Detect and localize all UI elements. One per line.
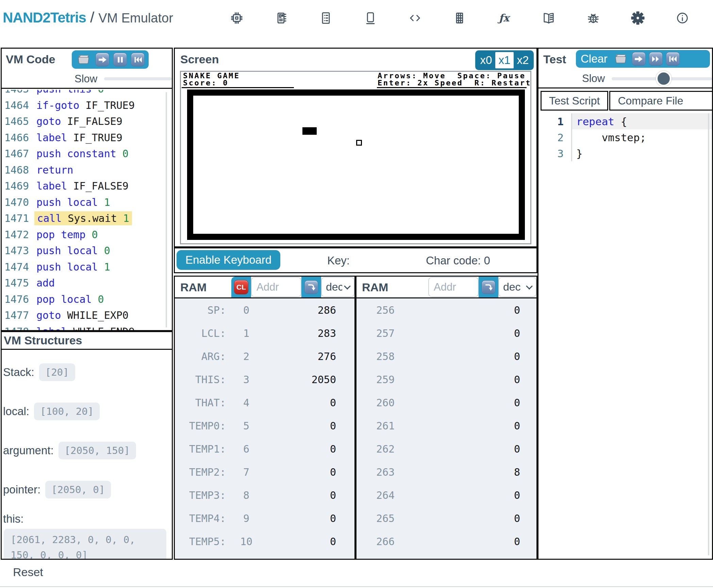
code-line[interactable]: 1474push local 1 [2,259,172,275]
tab-test-script[interactable]: Test Script [541,91,608,111]
code-token: IF_FALSE9 [67,180,129,192]
ram-row[interactable]: 2640 [356,484,536,507]
ram-row-address: 5 [226,420,267,432]
code-line[interactable]: 1476pop local 0 [2,291,172,308]
ram-row[interactable]: TEMP0:50 [175,414,354,437]
ram-row[interactable]: 2660 [356,530,536,553]
ram-row[interactable]: THAT:40 [175,391,354,414]
cpu-icon[interactable] [229,10,245,26]
scale-button-x0[interactable]: x0 [477,52,495,68]
test-scrollbar[interactable] [708,113,709,555]
ram-left-format-select[interactable]: dec [321,277,354,297]
settings-gear-icon[interactable] [630,10,646,26]
line-code: } [571,145,712,161]
grid-icon[interactable] [452,10,467,26]
screen-icon[interactable] [363,10,378,26]
ram-row[interactable]: TEMP5:100 [175,530,354,553]
ram-right-addr-input[interactable] [428,277,479,297]
info-icon[interactable] [675,10,690,26]
ram-row[interactable]: LCL:1283 [175,322,354,345]
ram-row[interactable]: THIS:32050 [175,368,354,391]
code-icon[interactable] [407,10,423,26]
code-line[interactable]: 1475add [2,275,172,291]
ram-row-address: 256 [356,304,447,316]
code-line[interactable]: 1478label WHILE_END9 [2,324,172,330]
ram-row[interactable]: 2560 [356,298,536,322]
ram-left-table[interactable]: SP:0286LCL:1283ARG:2276THIS:32050THAT:40… [175,298,354,559]
vm-code-listing[interactable]: 1463push this 01464if-goto IF_TRUE91465g… [2,90,172,330]
ram-row[interactable]: ARG:2276 [175,345,354,368]
ram-left-addr-input[interactable] [251,277,301,297]
memory-icon[interactable] [273,10,289,26]
arrow-down-icon[interactable] [482,280,495,294]
rewind-icon[interactable] [666,52,680,66]
code-line[interactable]: 1472pop temp 0 [2,227,172,243]
line-code: repeat { [571,113,712,129]
vm-speed-slider[interactable] [104,77,172,80]
pointer-value: [2050, 0] [45,481,111,499]
open-folder-icon[interactable] [76,52,92,67]
tab-compare-file[interactable]: Compare File [609,91,713,111]
arrow-down-icon[interactable] [304,280,318,294]
code-line[interactable]: 1464if-goto IF_TRUE9 [2,97,172,114]
code-line[interactable]: 1469label IF_FALSE9 [2,178,172,194]
code-line[interactable]: 1465goto IF_FALSE9 [2,113,172,130]
code-line[interactable]: 1467push constant 0 [2,146,172,162]
ram-right-format-select[interactable]: dec [498,277,536,297]
ram-row[interactable]: 2610 [356,414,536,437]
code-line[interactable]: 1471call Sys.wait 1 [2,210,172,227]
ram-row[interactable]: 2620 [356,437,536,460]
line-code: push constant 0 [36,148,129,160]
code-token: push [36,196,61,208]
ram-row[interactable]: 2580 [356,345,536,368]
function-icon[interactable]: ƒx [496,10,512,26]
ram-row[interactable]: 2600 [356,391,536,414]
step-forward-icon[interactable] [96,53,109,66]
enable-keyboard-button[interactable]: Enable Keyboard [177,250,280,270]
ram-row[interactable]: TEMP4:90 [175,507,354,530]
scale-button-x1[interactable]: x1 [495,52,514,68]
code-line[interactable]: 2 vmstep; [538,129,712,145]
line-number: 1463 [2,90,29,95]
line-number: 1469 [2,180,29,192]
ram-row[interactable]: SP:0286 [175,298,354,322]
code-line[interactable]: 3} [538,145,712,161]
step-forward-icon[interactable] [632,52,646,66]
clear-ram-icon[interactable]: CL [234,280,248,294]
reset-button[interactable]: Reset [13,566,43,579]
ram-row[interactable]: 2638 [356,460,536,484]
line-number: 1467 [2,148,29,160]
ram-row[interactable]: 2570 [356,322,536,345]
ram-row[interactable]: 2590 [356,368,536,391]
ram-row[interactable]: TEMP1:60 [175,437,354,460]
line-code: add [36,277,55,289]
pause-icon[interactable] [113,53,127,66]
test-speed-slider[interactable] [612,77,712,80]
code-line[interactable]: 1477goto WHILE_EXP0 [2,307,172,324]
ram-row[interactable]: 2650 [356,507,536,530]
code-token: pop [36,293,55,305]
code-token: repeat [576,115,614,128]
code-line[interactable]: 1468return [2,162,172,178]
vm-code-scrollbar[interactable] [166,92,167,327]
ram-row[interactable]: TEMP2:70 [175,460,354,484]
code-line[interactable]: 1repeat { [538,113,712,129]
rewind-icon[interactable] [131,53,145,66]
scale-button-x2[interactable]: x2 [514,52,532,68]
book-icon[interactable] [541,10,557,26]
code-line[interactable]: 1473push local 0 [2,243,172,259]
fast-forward-icon[interactable] [649,52,663,66]
test-speed-slider-thumb[interactable] [656,71,671,86]
code-line[interactable]: 1466label IF_TRUE9 [2,130,172,146]
program-list-icon[interactable] [318,10,334,26]
code-token: return [36,164,73,176]
ram-right-table[interactable]: 2560257025802590260026102620263826402650… [356,298,536,559]
code-token: label [36,180,67,192]
code-line[interactable]: 1470push local 1 [2,194,172,211]
bug-icon[interactable] [585,10,601,26]
test-script-listing[interactable]: 1repeat {2 vmstep;3} [538,113,712,161]
code-line[interactable]: 1463push this 0 [2,90,172,97]
clear-test-button[interactable]: Clear [581,52,608,65]
ram-row[interactable]: TEMP3:80 [175,484,354,507]
open-folder-icon[interactable] [613,52,629,66]
